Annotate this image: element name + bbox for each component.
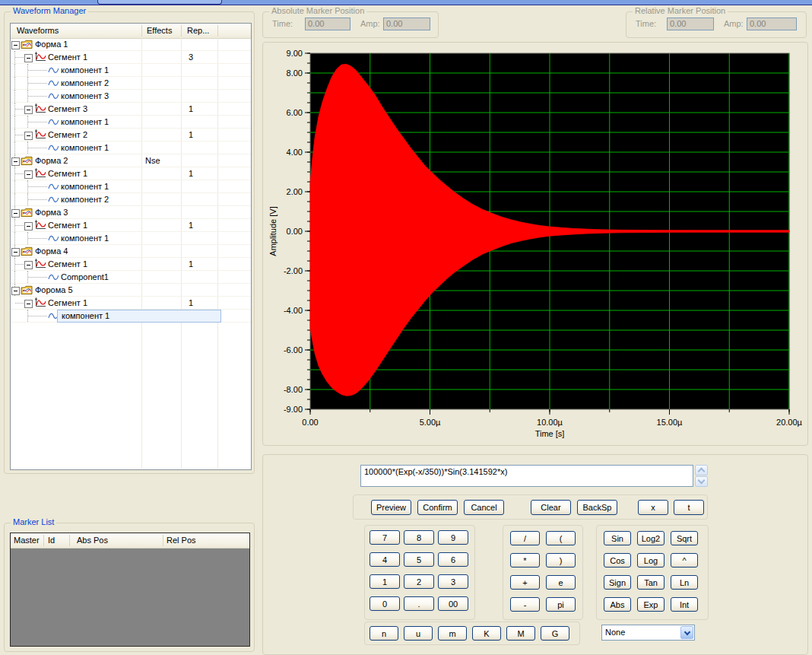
tree-row[interactable]: компонент 1 [11, 141, 251, 154]
key-8[interactable]: 8 [404, 530, 434, 545]
fn-Sin[interactable]: Sin [604, 531, 631, 545]
expand-toggle[interactable] [24, 106, 33, 114]
col-master[interactable]: Master [14, 536, 40, 545]
tree-row[interactable]: Форма 2Nse [11, 154, 251, 167]
fn-Cos[interactable]: Cos [604, 553, 631, 568]
chevron-down-icon[interactable] [680, 626, 693, 639]
tree-row[interactable]: Форма 4 [11, 245, 251, 258]
tree-row[interactable]: Сегмент 11 [11, 219, 251, 232]
column-separator[interactable] [163, 535, 163, 546]
waveform-plot[interactable]: 9.008.006.004.002.000.00-2.00-4.00-6.00-… [263, 43, 807, 445]
column-separator[interactable] [217, 25, 218, 37]
marker-list[interactable]: Master Id Abs Pos Rel Pos [10, 533, 250, 647]
tree-row[interactable]: Сегмент 13 [11, 51, 251, 64]
backspace-button[interactable]: BackSp [577, 500, 617, 515]
key-)[interactable]: ) [546, 553, 576, 568]
key-pi[interactable]: pi [546, 597, 576, 612]
fn-Exp[interactable]: Exp [637, 597, 665, 612]
fn-Tan[interactable]: Tan [637, 575, 665, 590]
key-*[interactable]: * [510, 553, 540, 568]
confirm-button[interactable]: Confirm [417, 500, 458, 515]
cancel-button[interactable]: Cancel [464, 500, 504, 515]
formula-scroll-down-button[interactable] [695, 476, 708, 487]
active-tab-bottom[interactable] [97, 0, 222, 5]
fn-Log2[interactable]: Log2 [637, 531, 665, 545]
key-00[interactable]: 00 [438, 596, 468, 611]
tree-row[interactable]: компонент 1 [11, 310, 251, 323]
unit-dropdown[interactable]: None [601, 625, 695, 641]
key-([interactable]: ( [546, 531, 576, 545]
expand-toggle[interactable] [24, 300, 33, 308]
col-rep[interactable]: Rep... [187, 26, 209, 35]
column-separator[interactable] [43, 535, 44, 546]
tree-row[interactable]: компонент 1 [11, 232, 251, 245]
tree-row[interactable]: Сегмент 11 [11, 167, 251, 180]
tree-row[interactable]: компонент 3 [11, 90, 251, 103]
tree-row[interactable]: Component1 [11, 271, 251, 284]
clear-button[interactable]: Clear [531, 500, 571, 515]
fn-Log[interactable]: Log [637, 553, 665, 568]
expand-toggle[interactable] [11, 157, 20, 166]
unit-G[interactable]: G [541, 626, 569, 641]
tree-row[interactable]: Форма 3 [11, 206, 251, 219]
expand-toggle[interactable] [11, 41, 20, 49]
key-6[interactable]: 6 [438, 552, 468, 567]
expand-toggle[interactable] [24, 54, 33, 62]
expand-toggle[interactable] [11, 287, 20, 295]
expand-toggle[interactable] [24, 222, 33, 231]
col-rel-pos[interactable]: Rel Pos [167, 536, 196, 545]
tree-row[interactable]: Сегмент 21 [11, 129, 251, 141]
unit-u[interactable]: u [404, 626, 433, 641]
tree-row[interactable]: компонент 1 [11, 116, 251, 129]
column-separator[interactable] [181, 25, 182, 37]
fn-Sqrt[interactable]: Sqrt [671, 531, 698, 545]
unit-m[interactable]: m [438, 626, 467, 641]
tree-row[interactable]: Форома 5 [11, 284, 251, 297]
column-separator[interactable] [141, 25, 142, 37]
formula-scroll-up-button[interactable] [695, 465, 708, 475]
key--[interactable]: - [510, 597, 540, 612]
col-abs-pos[interactable]: Abs Pos [77, 536, 108, 545]
expand-toggle[interactable] [24, 170, 33, 179]
fn-^[interactable]: ^ [671, 553, 698, 568]
tree-row[interactable]: Форма 1 [11, 38, 251, 51]
marker-list-header[interactable]: Master Id Abs Pos Rel Pos [11, 533, 249, 548]
key-3[interactable]: 3 [438, 574, 468, 589]
formula-input[interactable]: 100000*(Exp(-x/350))*Sin(3.141592*x) [360, 465, 693, 487]
expand-toggle[interactable] [24, 261, 33, 269]
col-effects[interactable]: Effects [147, 26, 172, 35]
key-5[interactable]: 5 [404, 552, 434, 567]
tree-row[interactable]: Сегмент 11 [11, 258, 251, 271]
fn-Sign[interactable]: Sign [604, 575, 631, 590]
col-waveforms[interactable]: Waveforms [17, 26, 59, 35]
unit-M[interactable]: M [506, 626, 535, 641]
fn-Abs[interactable]: Abs [604, 597, 631, 612]
tree-row[interactable]: компонент 1 [11, 180, 251, 193]
fn-Ln[interactable]: Ln [671, 575, 698, 590]
tree-row[interactable]: компонент 1 [11, 64, 251, 77]
key-2[interactable]: 2 [404, 574, 434, 589]
col-id[interactable]: Id [48, 536, 55, 545]
key-0[interactable]: 0 [370, 596, 400, 611]
key-.[interactable]: . [404, 596, 434, 611]
column-separator[interactable] [69, 535, 70, 546]
key-9[interactable]: 9 [438, 530, 468, 545]
fn-Int[interactable]: Int [671, 597, 698, 612]
tree-header[interactable]: Waveforms Effects Rep... [11, 24, 251, 39]
t-variable-button[interactable]: t [674, 500, 704, 515]
tree-row[interactable]: компонент 2 [11, 77, 251, 90]
key-1[interactable]: 1 [370, 574, 400, 589]
expand-toggle[interactable] [11, 248, 20, 256]
selected-item-box[interactable]: компонент 1 [57, 310, 221, 323]
expand-toggle[interactable] [24, 132, 33, 140]
key-7[interactable]: 7 [370, 530, 400, 545]
tree-row[interactable]: Сегмент 31 [11, 103, 251, 116]
preview-button[interactable]: Preview [371, 500, 411, 515]
tree-row[interactable]: компонент 2 [11, 193, 251, 206]
x-variable-button[interactable]: x [638, 500, 668, 515]
key-4[interactable]: 4 [370, 552, 400, 567]
unit-K[interactable]: K [472, 626, 501, 641]
tree-row[interactable]: Сегмент 11 [11, 297, 251, 310]
unit-n[interactable]: n [370, 626, 398, 641]
key-/[interactable]: / [510, 531, 540, 545]
